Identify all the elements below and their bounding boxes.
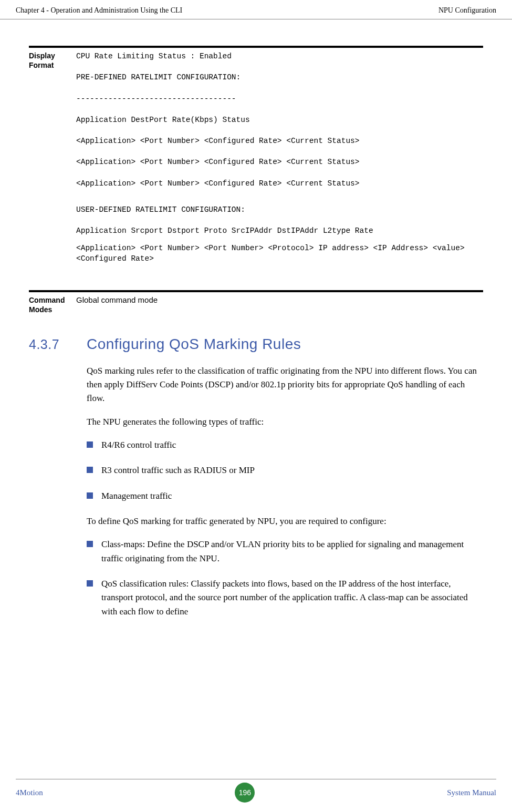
paragraph-2: The NPU generates the following types of…	[87, 415, 483, 429]
section-number: 4.3.7	[29, 337, 87, 352]
list-item: Class-maps: Define the DSCP and/or VLAN …	[87, 538, 483, 566]
footer-right: System Manual	[447, 788, 496, 797]
cli-line-7: <Application> <Port Number> <Configured …	[76, 178, 483, 189]
command-modes-text: Global command mode	[76, 295, 158, 304]
display-format-block: Display Format CPU Rate Limiting Status …	[29, 46, 483, 274]
cli-line-6: <Application> <Port Number> <Configured …	[76, 157, 483, 167]
header-chapter: Chapter 4 - Operation and Administration…	[16, 6, 182, 15]
configure-list: Class-maps: Define the DSCP and/or VLAN …	[87, 538, 483, 619]
list-item: R3 control traffic such as RADIUS or MIP	[87, 464, 483, 477]
cli-line-2: PRE-DEFINED RATELIMIT CONFIGURATION:	[76, 72, 483, 83]
cli-line-4: Application DestPort Rate(Kbps) Status	[76, 115, 483, 125]
cli-line-3: -----------------------------------	[76, 94, 483, 104]
cli-line-1: CPU Rate Limiting Status : Enabled	[76, 51, 483, 61]
page-footer: 4Motion 196 System Manual	[0, 783, 512, 803]
cli-line-5: <Application> <Port Number> <Configured …	[76, 136, 483, 146]
command-modes-label-col: Command Modes	[29, 290, 76, 314]
page-number: 196	[235, 783, 255, 803]
list-item: R4/R6 control traffic	[87, 438, 483, 452]
command-modes-block: Command Modes Global command mode	[29, 290, 483, 314]
display-format-label: Display Format	[29, 51, 76, 70]
list-item: QoS classification rules: Classify packe…	[87, 577, 483, 619]
cli-line-8: USER-DEFINED RATELIMIT CONFIGURATION:	[76, 204, 483, 215]
section-heading: 4.3.7 Configuring QoS Marking Rules	[29, 336, 483, 353]
paragraph-3: To define QoS marking for traffic genera…	[87, 515, 483, 528]
section-title: Configuring QoS Marking Rules	[87, 336, 301, 353]
cli-line-10: <Application> <Port Number> <Port Number…	[76, 243, 483, 264]
page-header: Chapter 4 - Operation and Administration…	[0, 0, 512, 19]
command-modes-content: Global command mode	[76, 290, 483, 314]
footer-divider	[16, 779, 496, 779]
paragraph-1: QoS marking rules refer to the classific…	[87, 364, 483, 406]
page-content: Display Format CPU Rate Limiting Status …	[0, 46, 512, 619]
display-format-content: CPU Rate Limiting Status : Enabled PRE-D…	[76, 46, 483, 274]
cli-line-9: Application Srcport Dstport Proto SrcIPA…	[76, 225, 483, 236]
footer-left: 4Motion	[16, 788, 43, 797]
display-format-label-col: Display Format	[29, 46, 76, 274]
list-item: Management traffic	[87, 489, 483, 503]
header-section: NPU Configuration	[438, 6, 496, 15]
command-modes-label: Command Modes	[29, 295, 76, 314]
traffic-types-list: R4/R6 control traffic R3 control traffic…	[87, 438, 483, 503]
